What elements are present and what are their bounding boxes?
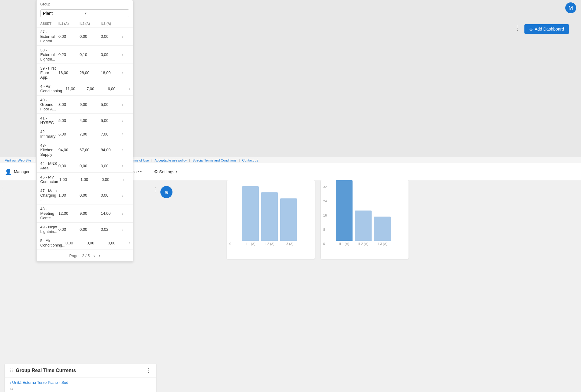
il1-value: 6,00	[58, 132, 80, 136]
table-row[interactable]: 5 - Air Conditioning... 0,00 0,00 0,00 ›	[37, 236, 133, 250]
bar	[374, 217, 391, 241]
y-8: 8	[323, 228, 327, 231]
chevron-right-icon: ›	[122, 193, 129, 198]
more-options-button[interactable]: ⋮	[514, 24, 520, 31]
asset-name: 48 - Meeting Cente...	[40, 207, 58, 220]
il1-value: 0,00	[58, 164, 80, 168]
chevron-down-icon: ▾	[176, 170, 177, 173]
back-icon: ‹	[10, 380, 11, 385]
il1-value: 0,00	[58, 34, 80, 39]
widget-options-button[interactable]: ⋮	[152, 186, 158, 193]
il1-value: 1,00	[58, 193, 80, 198]
asset-name: 46 - MV Contactors	[40, 175, 59, 184]
table-row[interactable]: 44 - MNS Area 0,00 0,00 0,00 ›	[37, 159, 133, 172]
bar-label: IL3 (A)	[377, 242, 387, 246]
il3-value: 7,00	[101, 132, 122, 136]
nav-settings[interactable]: ⚙ Settings ▾	[151, 168, 180, 176]
asset-name: 49 - Night Lightnin...	[40, 225, 58, 234]
chevron-right-icon: ›	[122, 163, 129, 168]
right-chart-2-bars: IL1 (A)IL2 (A)IL3 (A)	[336, 185, 404, 246]
asset-name: 4 - Air Conditioning...	[40, 84, 65, 93]
widget-panel-more-button[interactable]: ⋮	[0, 185, 6, 192]
manager-label: Manager	[14, 169, 29, 174]
widget-chart-area: 14 12 IL1 (A)IL2 (A)IL3 (A)	[5, 387, 156, 392]
bar	[242, 186, 259, 241]
chevron-right-icon: ›	[122, 102, 129, 107]
table-row[interactable]: 49 - Night Lightnin... 0,00 0,00 0,02 ›	[37, 222, 133, 236]
table-row[interactable]: 47 - Main Charging ... 1,00 0,00 0,00 ›	[37, 186, 133, 204]
table-row[interactable]: 4 - Air Conditioning... 11,00 7,00 6,00 …	[37, 82, 133, 95]
pagination: Page 2 / 5 ‹ ›	[37, 250, 133, 261]
bar	[261, 192, 278, 241]
il1-value: 0,00	[58, 227, 80, 232]
il2-value: 9,00	[80, 102, 101, 107]
il3-value: 0,00	[108, 241, 129, 245]
il1-value: 16,00	[58, 70, 80, 75]
il2-value: 7,00	[87, 87, 108, 91]
table-row[interactable]: 39 - First Floor App... 16,00 28,00 18,0…	[37, 64, 133, 82]
bar-group: IL2 (A)	[355, 211, 372, 246]
asset-name: 5 - Air Conditioning...	[40, 238, 65, 247]
footer-link-special-terms[interactable]: Special Terms and Conditions	[192, 158, 236, 162]
chevron-right-icon: ›	[129, 240, 136, 245]
chevron-right-icon: ›	[122, 118, 129, 123]
bar-label: IL2 (A)	[264, 242, 274, 246]
group-realtime-currents-widget: ⠿ Group Real Time Currents ⋮ ‹ Unità Est…	[5, 364, 156, 392]
il3-value: 0,09	[101, 52, 122, 57]
widget-subtitle: ‹ Unità Esterna Terzo Piano - Sud	[5, 378, 156, 387]
table-header: ASSET IL1 (A) IL2 (A) IL3 (A)	[37, 20, 133, 27]
asset-table: 37 - External Lightni... 0,00 0,00 0,00 …	[37, 27, 133, 250]
col-il1: IL1 (A)	[58, 22, 80, 25]
il3-value: 0,00	[102, 177, 123, 182]
bar-group: IL1 (A)	[336, 180, 353, 246]
table-row[interactable]: 41 - HYSEC 5,00 4,00 5,00 ›	[37, 113, 133, 127]
il3-value: 5,00	[101, 118, 122, 123]
il1-value: 12,00	[58, 211, 80, 216]
bar	[280, 198, 297, 241]
table-row[interactable]: 40 - Ground Floor A... 8,00 9,00 5,00 ›	[37, 95, 133, 113]
il2-value: 0,00	[80, 34, 101, 39]
add-widget-button[interactable]: ⊕	[160, 186, 172, 198]
table-row[interactable]: 42 - Infirmary 6,00 7,00 7,00 ›	[37, 127, 133, 141]
table-row[interactable]: 37 - External Lightni... 0,00 0,00 0,00 …	[37, 27, 133, 45]
footer-link-website[interactable]: Visit our Web Site	[5, 158, 31, 162]
top-section: Group Plant ▾ ASSET IL1 (A) IL2 (A) IL3 …	[0, 0, 581, 160]
col-il3: IL3 (A)	[101, 22, 122, 25]
user-avatar[interactable]: M	[565, 2, 576, 13]
asset-name: 38 - External Lightni...	[40, 48, 58, 61]
add-dashboard-label: Add Dashboard	[535, 27, 564, 31]
footer-link-acceptable-use[interactable]: Acceptable use policy	[155, 158, 187, 162]
widget-title: Group Real Time Currents	[16, 368, 143, 373]
pagination-label: Page	[69, 253, 78, 258]
il3-value: 18,00	[101, 70, 122, 75]
right-chart-1-y-axis: 0	[229, 185, 231, 246]
il1-value: 5,00	[58, 118, 80, 123]
chevron-right-icon: ›	[122, 70, 129, 75]
table-row[interactable]: 46 - MV Contactors 1,00 1,00 0,00 ›	[37, 172, 133, 186]
right-chart-2: 32 24 16 8 0 IL1 (A)IL2 (A)IL3 (A)	[321, 180, 409, 259]
group-select[interactable]: Plant ▾	[40, 9, 129, 17]
manager-icon: 👤	[5, 168, 11, 175]
asset-name: 40 - Ground Floor A...	[40, 98, 58, 111]
table-row[interactable]: 48 - Meeting Cente... 12,00 9,00 14,00 ›	[37, 204, 133, 222]
widget-more-button[interactable]: ⋮	[146, 367, 151, 374]
table-row[interactable]: 38 - External Lightni... 0,23 0,10 0,09 …	[37, 45, 133, 64]
bar	[336, 180, 353, 241]
asset-name: 39 - First Floor App...	[40, 66, 58, 80]
pagination-next-button[interactable]: ›	[99, 253, 100, 258]
asset-name: 44 - MNS Area	[40, 161, 58, 170]
il2-value: 0,00	[80, 164, 101, 168]
footer-link-contact[interactable]: Contact us	[242, 158, 258, 162]
pagination-prev-button[interactable]: ‹	[94, 253, 95, 258]
right-chart-2-area: 32 24 16 8 0 IL1 (A)IL2 (A)IL3 (A)	[321, 180, 409, 259]
y-axis: 14 12	[10, 387, 13, 392]
table-row[interactable]: 43- Kitchen Supply 94,00 67,00 84,00 ›	[37, 141, 133, 159]
il2-value: 0,10	[80, 52, 101, 57]
il3-value: 0,02	[101, 227, 122, 232]
il2-value: 4,00	[80, 118, 101, 123]
add-dashboard-button[interactable]: ⊕ Add Dashboard	[524, 24, 569, 34]
right-chart-1: 0 IL1 (A)IL2 (A)IL3 (A)	[227, 180, 315, 259]
drag-handle-icon[interactable]: ⠿	[10, 368, 13, 374]
il2-value: 0,00	[87, 241, 108, 245]
il3-value: 6,00	[108, 87, 129, 91]
